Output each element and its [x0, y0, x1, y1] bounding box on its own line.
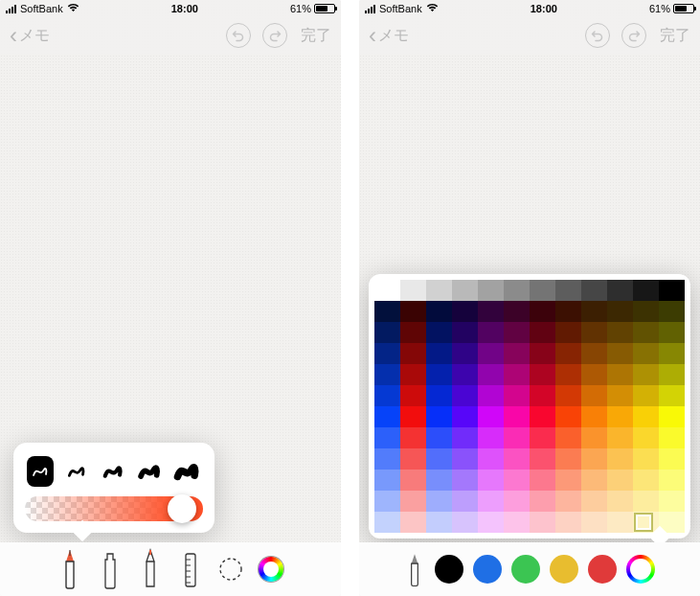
color-cell[interactable]: [633, 385, 659, 406]
color-cell[interactable]: [659, 364, 685, 385]
color-cell[interactable]: [581, 301, 607, 322]
redo-button[interactable]: [262, 23, 287, 48]
color-cell[interactable]: [659, 448, 685, 470]
color-cell[interactable]: [504, 301, 530, 322]
color-cell[interactable]: [581, 406, 607, 427]
color-cell[interactable]: [452, 491, 478, 512]
color-cell[interactable]: [530, 280, 555, 301]
undo-button[interactable]: [226, 23, 251, 48]
color-cell[interactable]: [478, 343, 504, 364]
opacity-slider[interactable]: [25, 496, 203, 521]
color-cell[interactable]: [426, 364, 452, 385]
color-cell[interactable]: [452, 470, 478, 491]
color-cell[interactable]: [504, 343, 530, 364]
color-cell[interactable]: [581, 364, 607, 385]
color-cell[interactable]: [426, 491, 452, 512]
color-cell[interactable]: [607, 512, 633, 533]
color-swatch-black[interactable]: [435, 555, 463, 584]
color-cell[interactable]: [478, 512, 504, 533]
opacity-thumb[interactable]: [168, 494, 196, 523]
color-cell[interactable]: [478, 301, 504, 322]
color-cell[interactable]: [607, 280, 633, 301]
color-cell[interactable]: [581, 470, 607, 491]
color-cell[interactable]: [426, 280, 452, 301]
color-cell[interactable]: [581, 322, 607, 343]
color-cell[interactable]: [504, 470, 530, 491]
color-cell[interactable]: [581, 385, 607, 406]
color-cell[interactable]: [426, 512, 452, 533]
color-cell[interactable]: [530, 364, 555, 385]
color-cell[interactable]: [633, 491, 659, 512]
color-cell[interactable]: [374, 491, 400, 512]
color-cell[interactable]: [581, 491, 607, 512]
color-cell[interactable]: [426, 301, 452, 322]
color-cell[interactable]: [504, 364, 530, 385]
color-cell[interactable]: [581, 512, 607, 533]
color-cell[interactable]: [659, 470, 685, 491]
color-cell[interactable]: [659, 427, 685, 448]
color-cell[interactable]: [400, 491, 426, 512]
color-cell[interactable]: [374, 448, 400, 470]
color-swatch-green[interactable]: [511, 555, 540, 584]
color-cell[interactable]: [555, 343, 581, 364]
color-cell[interactable]: [374, 385, 400, 406]
color-cell[interactable]: [504, 491, 530, 512]
color-cell[interactable]: [452, 512, 478, 533]
color-cell[interactable]: [452, 406, 478, 427]
color-cell[interactable]: [530, 448, 555, 470]
color-cell[interactable]: [607, 406, 633, 427]
color-cell[interactable]: [374, 427, 400, 448]
color-cell[interactable]: [555, 470, 581, 491]
color-cell[interactable]: [659, 343, 685, 364]
color-cell[interactable]: [452, 364, 478, 385]
color-cell[interactable]: [452, 448, 478, 470]
color-cell[interactable]: [374, 322, 400, 343]
color-cell[interactable]: [530, 322, 555, 343]
color-swatch-red[interactable]: [588, 555, 617, 584]
color-cell[interactable]: [426, 427, 452, 448]
color-cell[interactable]: [504, 427, 530, 448]
color-cell[interactable]: [633, 322, 659, 343]
color-cell[interactable]: [607, 448, 633, 470]
undo-button[interactable]: [585, 23, 610, 48]
color-picker-button[interactable]: [626, 555, 655, 584]
stroke-weight-5[interactable]: [172, 456, 201, 487]
color-cell[interactable]: [452, 280, 478, 301]
color-cell[interactable]: [426, 343, 452, 364]
color-cell[interactable]: [530, 427, 555, 448]
color-cell[interactable]: [659, 385, 685, 406]
color-cell[interactable]: [555, 448, 581, 470]
color-cell[interactable]: [530, 512, 555, 533]
color-cell[interactable]: [400, 343, 426, 364]
color-grid[interactable]: [374, 280, 685, 533]
stroke-weight-4[interactable]: [136, 456, 163, 487]
color-cell[interactable]: [530, 491, 555, 512]
color-cell[interactable]: [607, 301, 633, 322]
color-cell[interactable]: [400, 301, 426, 322]
color-swatch-yellow[interactable]: [550, 555, 578, 584]
color-cell[interactable]: [581, 280, 607, 301]
color-cell[interactable]: [478, 280, 504, 301]
color-cell[interactable]: [555, 512, 581, 533]
color-cell[interactable]: [426, 322, 452, 343]
color-cell[interactable]: [555, 491, 581, 512]
color-cell[interactable]: [607, 364, 633, 385]
color-cell[interactable]: [478, 322, 504, 343]
color-cell[interactable]: [374, 512, 400, 533]
color-cell[interactable]: [400, 427, 426, 448]
color-cell[interactable]: [504, 512, 530, 533]
color-cell[interactable]: [607, 385, 633, 406]
color-cell[interactable]: [452, 301, 478, 322]
color-cell[interactable]: [633, 301, 659, 322]
color-cell[interactable]: [452, 427, 478, 448]
stroke-weight-3[interactable]: [100, 456, 126, 487]
color-cell[interactable]: [607, 491, 633, 512]
color-cell[interactable]: [555, 385, 581, 406]
color-cell[interactable]: [400, 448, 426, 470]
color-cell[interactable]: [659, 301, 685, 322]
color-cell[interactable]: [400, 364, 426, 385]
back-button[interactable]: ‹ メモ: [10, 24, 50, 47]
color-cell[interactable]: [555, 322, 581, 343]
color-cell[interactable]: [374, 280, 400, 301]
color-cell[interactable]: [633, 280, 659, 301]
